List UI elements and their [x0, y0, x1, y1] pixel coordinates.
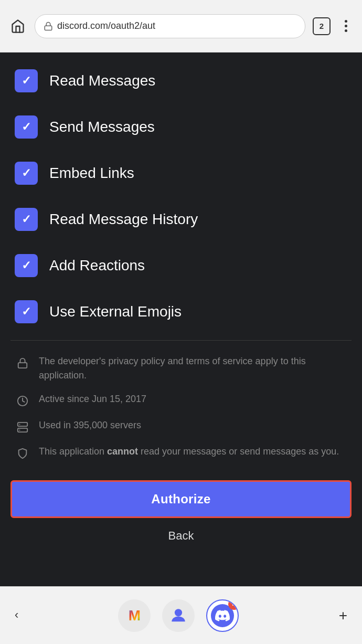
checkbox-read-messages[interactable]: ✓: [15, 69, 38, 92]
clock-icon: [15, 393, 30, 409]
nav-apps: M ✕: [118, 599, 239, 632]
checkbox-read-message-history[interactable]: ✓: [15, 208, 38, 231]
svg-point-7: [175, 609, 182, 616]
permission-label-send-messages: Send Messages: [49, 119, 155, 135]
discord-app-icon[interactable]: ✕: [206, 599, 239, 632]
permission-use-external-emojis[interactable]: ✓ Use External Emojis: [0, 289, 362, 335]
permission-label-add-reactions: Add Reactions: [49, 257, 145, 274]
new-tab-button[interactable]: +: [339, 607, 347, 624]
home-button[interactable]: [8, 17, 27, 36]
cannot-read-text: This application cannot read your messag…: [39, 445, 339, 459]
back-button[interactable]: Back: [10, 521, 352, 551]
main-content: ✓ Read Messages ✓ Send Messages ✓ Embed …: [0, 52, 362, 586]
svg-rect-1: [18, 363, 27, 368]
info-active-since: Active since Jun 15, 2017: [15, 392, 347, 409]
privacy-text: The developer's privacy policy and terms…: [39, 354, 347, 383]
info-used-in: Used in 395,000 servers: [15, 418, 347, 435]
permission-read-message-history[interactable]: ✓ Read Message History: [0, 196, 362, 242]
address-bar[interactable]: discord.com/oauth2/aut: [35, 14, 305, 38]
server-icon: [15, 419, 30, 435]
gmail-app-icon[interactable]: M: [118, 599, 151, 632]
section-divider: [10, 340, 352, 341]
checkbox-send-messages[interactable]: ✓: [15, 115, 38, 139]
svg-rect-4: [18, 428, 27, 432]
shield-icon: [15, 446, 30, 461]
tab-count[interactable]: 2: [313, 17, 331, 35]
svg-rect-3: [18, 423, 27, 426]
permission-label-read-message-history: Read Message History: [49, 211, 198, 228]
browser-chrome: discord.com/oauth2/aut 2: [0, 0, 362, 52]
permission-label-read-messages: Read Messages: [49, 72, 155, 89]
privacy-icon: [15, 355, 30, 371]
permission-send-messages[interactable]: ✓ Send Messages: [0, 104, 362, 150]
used-in-text: Used in 395,000 servers: [39, 418, 141, 432]
lock-icon: [44, 22, 53, 31]
checkbox-embed-links[interactable]: ✓: [15, 162, 38, 185]
checkbox-add-reactions[interactable]: ✓: [15, 254, 38, 277]
discord-bot-app-icon[interactable]: [162, 599, 195, 632]
back-arrow-button[interactable]: ›: [15, 609, 18, 622]
authorize-button[interactable]: Authorize: [10, 480, 352, 518]
permission-embed-links[interactable]: ✓ Embed Links: [0, 150, 362, 196]
more-menu-button[interactable]: [338, 17, 354, 36]
info-privacy: The developer's privacy policy and terms…: [15, 354, 347, 383]
authorize-section: Authorize Back: [0, 470, 362, 556]
permission-label-embed-links: Embed Links: [49, 165, 134, 182]
permission-label-use-external-emojis: Use External Emojis: [49, 303, 182, 320]
checkbox-use-external-emojis[interactable]: ✓: [15, 300, 38, 323]
permission-add-reactions[interactable]: ✓ Add Reactions: [0, 242, 362, 289]
info-section: The developer's privacy policy and terms…: [0, 346, 362, 470]
info-cannot-read: This application cannot read your messag…: [15, 445, 347, 461]
url-text: discord.com/oauth2/aut: [57, 20, 296, 31]
active-since-text: Active since Jun 15, 2017: [39, 392, 146, 406]
bottom-nav: › M ✕ +: [0, 586, 362, 644]
svg-rect-0: [45, 26, 52, 30]
permission-read-messages[interactable]: ✓ Read Messages: [0, 58, 362, 104]
close-badge: ✕: [228, 599, 239, 610]
permissions-list: ✓ Read Messages ✓ Send Messages ✓ Embed …: [0, 52, 362, 335]
